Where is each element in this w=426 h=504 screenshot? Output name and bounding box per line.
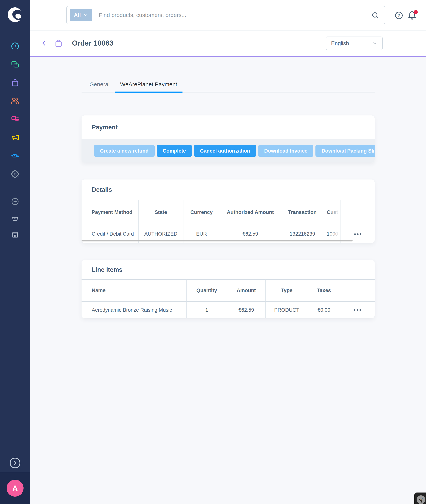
column-header-type: Type — [266, 280, 308, 301]
cms-pages-icon — [11, 115, 19, 124]
line-items-header-row: Name Quantity Amount Type Taxes — [82, 280, 375, 302]
sidebar-divider — [0, 183, 30, 193]
payment-actions: Create a new refund Complete Cancel auth… — [82, 139, 375, 163]
column-header-currency: Currency — [184, 200, 220, 225]
sidebar-user-area: A — [0, 472, 30, 504]
column-header-authorized-amount: Authorized Amount — [220, 200, 281, 225]
column-header-taxes: Taxes — [308, 280, 340, 301]
column-header-name: Name — [82, 280, 187, 301]
complete-button[interactable]: Complete — [157, 145, 192, 157]
sidebar-item-orders[interactable] — [0, 73, 30, 92]
horizontal-scrollbar-thumb[interactable] — [82, 240, 353, 241]
sidebar: A — [0, 0, 30, 504]
user-initial: A — [12, 484, 18, 492]
cell-item-quantity: 1 — [187, 302, 227, 318]
cell-item-taxes: €0.00 — [308, 302, 340, 318]
line-items-card: Line Items Name Quantity Amount Type Tax… — [82, 260, 375, 318]
page-title: Order 10063 — [72, 39, 113, 47]
chevron-down-icon — [83, 13, 88, 17]
back-button[interactable] — [40, 39, 48, 47]
search-icon[interactable] — [371, 11, 379, 19]
notification-unread-dot — [414, 10, 418, 14]
column-header-quantity: Quantity — [187, 280, 227, 301]
page-content: General WeArePlanet Payment Payment Crea… — [30, 57, 426, 504]
sidebar-item-settings[interactable] — [0, 165, 30, 183]
line-items-table: Name Quantity Amount Type Taxes Aerodyna… — [82, 279, 375, 318]
storefront-icon — [11, 231, 19, 239]
tab-weareplanet-payment-label: WeArePlanet Payment — [120, 81, 177, 88]
shopware-logo — [6, 6, 24, 24]
cell-item-amount: €62.59 — [227, 302, 266, 318]
sidebar-item-extensions[interactable] — [0, 147, 30, 165]
sidebar-item-dashboard[interactable] — [0, 37, 30, 55]
sidebar-item-catalogues[interactable] — [0, 55, 30, 73]
top-bar: All ? — [30, 0, 426, 30]
ellipsis-icon — [357, 309, 358, 311]
gear-icon — [11, 170, 19, 178]
tab-general-label: General — [89, 81, 110, 88]
payment-card-title: Payment — [92, 124, 118, 131]
catalogues-icon — [11, 60, 19, 69]
details-card-header: Details — [82, 179, 375, 200]
speedometer-icon — [11, 42, 19, 50]
user-avatar[interactable]: A — [7, 480, 23, 497]
sidebar-item-add[interactable] — [0, 193, 30, 210]
details-table: Payment Method State Currency Authorized… — [82, 200, 375, 243]
payment-card: Payment Create a new refund Complete Can… — [82, 115, 375, 163]
column-header-payment-method: Payment Method — [82, 200, 139, 225]
ellipsis-icon — [357, 233, 359, 235]
row-context-menu-button[interactable] — [351, 306, 364, 314]
cell-item-type: PRODUCT — [266, 302, 308, 318]
details-card: Details Payment Method State Currency Au… — [82, 179, 375, 243]
column-header-state: State — [139, 200, 184, 225]
tab-weareplanet-payment[interactable]: WeArePlanet Payment — [115, 81, 183, 92]
line-items-card-header: Line Items — [82, 260, 375, 279]
search-scope-dropdown[interactable]: All — [70, 9, 92, 21]
cancel-authorization-button[interactable]: Cancel authorization — [194, 145, 256, 157]
create-refund-button[interactable]: Create a new refund — [94, 145, 155, 157]
row-context-menu-button[interactable] — [351, 230, 364, 238]
details-card-title: Details — [92, 186, 112, 193]
search-input[interactable] — [92, 12, 385, 18]
line-items-row[interactable]: Aerodynamic Bronze Raising Music 1 €62.5… — [82, 302, 375, 318]
details-table-header-row: Payment Method State Currency Authorized… — [82, 200, 375, 225]
tab-general[interactable]: General — [84, 81, 115, 92]
language-select[interactable]: English — [326, 36, 383, 50]
column-header-transaction: Transaction — [281, 200, 324, 225]
download-invoice-button[interactable]: Download Invoice — [258, 145, 313, 157]
symfony-logo-icon: sf — [417, 495, 425, 504]
users-icon — [11, 97, 19, 105]
cell-item-name: Aerodynamic Bronze Raising Music — [82, 302, 187, 318]
sidebar-item-customers[interactable] — [0, 92, 30, 110]
smart-bar: Order 10063 English — [30, 30, 426, 57]
sidebar-item-shop[interactable] — [0, 226, 30, 243]
language-select-value: English — [331, 40, 349, 47]
chevron-down-icon — [372, 41, 377, 46]
column-header-amount: Amount — [227, 280, 266, 301]
payment-card-header: Payment — [82, 115, 375, 139]
megaphone-icon — [11, 133, 19, 142]
notification-bell-button[interactable] — [408, 11, 417, 20]
line-items-card-title: Line Items — [92, 266, 122, 273]
tab-bar: General WeArePlanet Payment — [82, 81, 375, 92]
sidebar-item-content[interactable] — [0, 110, 30, 128]
column-header-context — [340, 280, 375, 301]
order-module-icon — [54, 39, 63, 48]
column-header-context — [341, 200, 375, 225]
symfony-profiler-badge[interactable]: sf — [414, 492, 426, 504]
download-packing-slip-button[interactable]: Download Packing Slip — [315, 145, 375, 157]
plus-circle-icon — [11, 197, 19, 206]
shopping-bag-icon — [11, 78, 19, 87]
sidebar-nav — [0, 37, 30, 243]
global-search-bar: All — [66, 6, 385, 24]
svg-text:?: ? — [398, 13, 400, 18]
help-button[interactable]: ? — [394, 11, 403, 20]
sidebar-expand-button[interactable] — [9, 456, 21, 469]
column-header-customer-truncated: Cust — [324, 200, 341, 225]
main-area: All ? — [30, 0, 426, 504]
sidebar-item-basket[interactable] — [0, 210, 30, 226]
search-scope-label: All — [74, 12, 81, 18]
cell-item-context — [340, 302, 375, 318]
basket-icon — [11, 214, 19, 222]
sidebar-item-marketing[interactable] — [0, 128, 30, 147]
